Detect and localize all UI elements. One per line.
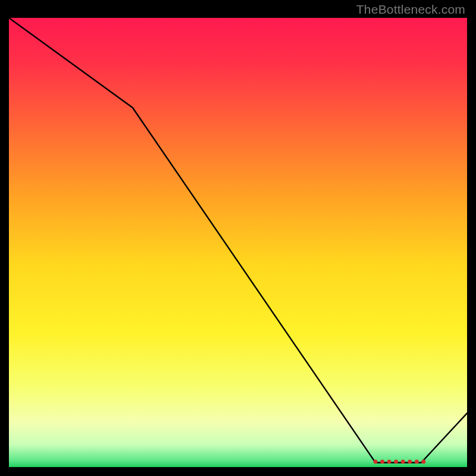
- watermark-text: TheBottleneck.com: [356, 2, 465, 17]
- marker-dot: [380, 460, 384, 464]
- marker-dot: [408, 460, 412, 464]
- marker-dot: [401, 460, 405, 464]
- bottleneck-chart: [9, 18, 467, 467]
- chart-frame: [9, 18, 467, 467]
- marker-dot: [421, 460, 425, 464]
- gradient-background: [9, 18, 467, 467]
- marker-dot: [394, 460, 398, 464]
- marker-dot: [415, 460, 419, 464]
- marker-dot: [374, 460, 378, 464]
- marker-dot: [387, 460, 392, 464]
